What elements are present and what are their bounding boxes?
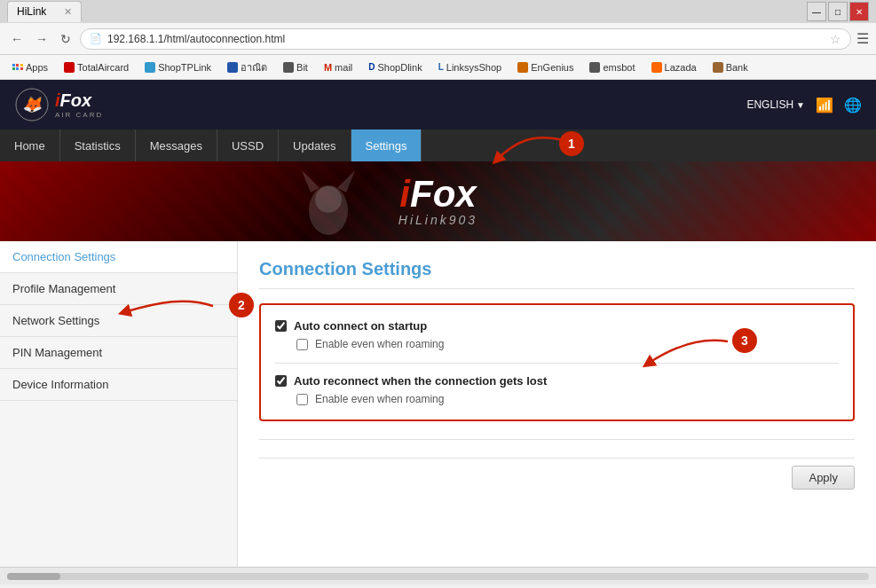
svg-text:🦊: 🦊 bbox=[20, 95, 46, 114]
sidebar-item-pin-management[interactable]: PIN Management bbox=[0, 337, 237, 369]
reload-button[interactable]: ↻ bbox=[57, 30, 75, 48]
logo-fox: Fox bbox=[60, 90, 92, 110]
apply-area: Apply bbox=[259, 439, 855, 490]
hero-logo: iFox HiLink903 bbox=[399, 176, 477, 227]
auto-reconnect-sub: Enable even when roaming bbox=[275, 393, 839, 405]
bookmark-mail[interactable]: M mail bbox=[319, 60, 358, 74]
bookmark-thai-label: อาณิต bbox=[241, 59, 267, 75]
bookmark-apps[interactable]: Apps bbox=[7, 60, 53, 74]
signal-strength-icon: 📶 bbox=[816, 97, 833, 114]
bookmark-showtplink-label: ShopTPLink bbox=[158, 62, 211, 73]
auto-connect-checkbox[interactable] bbox=[275, 320, 287, 332]
bookmark-shopdlink-label: ShopDlink bbox=[378, 62, 422, 73]
auto-reconnect-roaming-label: Enable even when roaming bbox=[315, 393, 444, 405]
bookmark-emsbot[interactable]: emsbot bbox=[584, 60, 640, 74]
sidebar-item-network-settings[interactable]: Network Settings bbox=[0, 305, 237, 337]
address-text: 192.168.1.1/html/autoconnection.html bbox=[107, 33, 285, 45]
auto-reconnect-checkbox[interactable] bbox=[275, 375, 287, 387]
bookmark-bit[interactable]: Bit bbox=[278, 60, 313, 74]
scrollbar-thumb[interactable] bbox=[7, 573, 60, 580]
nav-settings[interactable]: Settings bbox=[351, 129, 422, 161]
nav-messages[interactable]: Messages bbox=[136, 129, 217, 161]
auto-reconnect-main: Auto reconnect when the connection gets … bbox=[275, 374, 839, 388]
bookmark-totalaircard[interactable]: TotalAircard bbox=[59, 60, 134, 74]
apply-button[interactable]: Apply bbox=[792, 466, 855, 490]
hero-fox-silhouette bbox=[293, 166, 364, 241]
bottom-scrollbar bbox=[0, 567, 876, 584]
bookmark-star-icon[interactable]: ☆ bbox=[830, 32, 841, 46]
sidebar-item-profile-management[interactable]: Profile Management bbox=[0, 273, 237, 305]
site-header: 🦊 iFox AIR CARD ENGLISH ▼ 📶 🌐 bbox=[0, 80, 876, 129]
logo-aircard: AIR CARD bbox=[55, 111, 103, 119]
close-button[interactable]: ✕ bbox=[849, 2, 869, 21]
bookmark-lazada[interactable]: Lazada bbox=[646, 60, 702, 74]
logo-brand: iFox bbox=[55, 90, 103, 111]
globe-icon: 🌐 bbox=[844, 97, 862, 114]
minimize-button[interactable]: — bbox=[807, 2, 826, 21]
sidebar: Connection Settings Profile Management N… bbox=[0, 241, 238, 567]
bookmarks-bar: Apps TotalAircard ShopTPLink อาณิต Bit M… bbox=[0, 55, 876, 80]
nav-ussd[interactable]: USSD bbox=[217, 129, 279, 161]
bookmark-showtplink[interactable]: ShopTPLink bbox=[139, 60, 217, 74]
auto-reconnect-label: Auto reconnect when the connection gets … bbox=[294, 374, 547, 388]
auto-connect-roaming-label: Enable even when roaming bbox=[315, 338, 444, 350]
hero-banner: iFox HiLink903 bbox=[0, 161, 876, 241]
nav-updates[interactable]: Updates bbox=[279, 129, 351, 161]
bookmark-shopdlink[interactable]: D ShopDlink bbox=[363, 60, 427, 74]
svg-point-5 bbox=[315, 186, 342, 213]
auto-reconnect-roaming-checkbox[interactable] bbox=[296, 394, 308, 405]
bookmark-bit-label: Bit bbox=[296, 62, 308, 73]
language-label: ENGLISH bbox=[746, 98, 793, 111]
content-title: Connection Settings bbox=[259, 259, 855, 289]
apply-button-area: Apply bbox=[259, 458, 855, 490]
hero-brand: iFox bbox=[399, 176, 476, 213]
bookmark-emsbot-label: emsbot bbox=[603, 62, 635, 73]
address-bar[interactable]: 📄 192.168.1.1/html/autoconnection.html ☆ bbox=[80, 28, 851, 50]
page-wrapper: 🦊 iFox AIR CARD ENGLISH ▼ 📶 🌐 bbox=[0, 80, 876, 567]
auto-connect-label: Auto connect on startup bbox=[294, 319, 427, 333]
language-selector[interactable]: ENGLISH ▼ bbox=[746, 98, 805, 111]
tab-title: HiLink bbox=[17, 5, 46, 18]
auto-connect-roaming-checkbox[interactable] bbox=[296, 339, 308, 350]
bookmark-lazada-label: Lazada bbox=[665, 62, 697, 73]
nav-statistics[interactable]: Statistics bbox=[60, 129, 136, 161]
hero-hilink: HiLink903 bbox=[399, 213, 477, 227]
auto-connect-setting: Auto connect on startup Enable even when… bbox=[275, 319, 839, 350]
svg-marker-3 bbox=[302, 170, 320, 192]
lang-dropdown-icon: ▼ bbox=[796, 100, 805, 110]
bookmark-apps-label: Apps bbox=[26, 62, 48, 73]
bookmark-totalaircard-label: TotalAircard bbox=[77, 62, 129, 73]
bookmark-linksys-label: LinksysShop bbox=[446, 62, 501, 73]
auto-reconnect-setting: Auto reconnect when the connection gets … bbox=[275, 374, 839, 405]
fox-logo-icon: 🦊 bbox=[14, 87, 50, 122]
tab-close-icon[interactable]: ✕ bbox=[64, 6, 72, 18]
nav-home[interactable]: Home bbox=[0, 129, 60, 161]
back-button[interactable]: ← bbox=[7, 30, 27, 48]
bookmark-engenius[interactable]: EnGenius bbox=[512, 60, 579, 74]
maximize-button[interactable]: □ bbox=[828, 2, 848, 21]
browser-menu-icon[interactable]: ☰ bbox=[856, 30, 869, 47]
nav-menu: Home Statistics Messages USSD Updates Se… bbox=[0, 129, 876, 161]
bookmark-thai[interactable]: อาณิต bbox=[222, 58, 272, 77]
bookmark-mail-label: mail bbox=[335, 62, 352, 73]
bookmark-linksys[interactable]: L LinksysShop bbox=[433, 60, 507, 74]
sidebar-item-connection-settings[interactable]: Connection Settings bbox=[0, 241, 237, 273]
bookmark-bank[interactable]: Bank bbox=[707, 60, 754, 74]
page-outer: HiLink ✕ — □ ✕ ← → ↻ 📄 192.168.1.1/html/… bbox=[0, 0, 876, 588]
settings-divider bbox=[275, 363, 839, 364]
scrollbar-track[interactable] bbox=[7, 573, 869, 580]
content-area: Connection Settings Auto connect on star… bbox=[238, 241, 876, 567]
address-bar-row: ← → ↻ 📄 192.168.1.1/html/autoconnection.… bbox=[0, 23, 876, 55]
logo-area: 🦊 iFox AIR CARD bbox=[14, 87, 103, 122]
window-controls: — □ ✕ bbox=[807, 2, 869, 21]
forward-button[interactable]: → bbox=[32, 30, 51, 48]
sidebar-item-device-information[interactable]: Device Information bbox=[0, 369, 237, 401]
main-content: Connection Settings Profile Management N… bbox=[0, 241, 876, 567]
title-bar: HiLink ✕ — □ ✕ bbox=[0, 0, 876, 23]
auto-connect-main: Auto connect on startup bbox=[275, 319, 839, 333]
settings-box: Auto connect on startup Enable even when… bbox=[259, 303, 855, 421]
bookmark-bank-label: Bank bbox=[726, 62, 748, 73]
browser-tab[interactable]: HiLink ✕ bbox=[7, 1, 82, 22]
auto-connect-sub: Enable even when roaming bbox=[275, 338, 839, 350]
header-right: ENGLISH ▼ 📶 🌐 bbox=[746, 97, 862, 114]
